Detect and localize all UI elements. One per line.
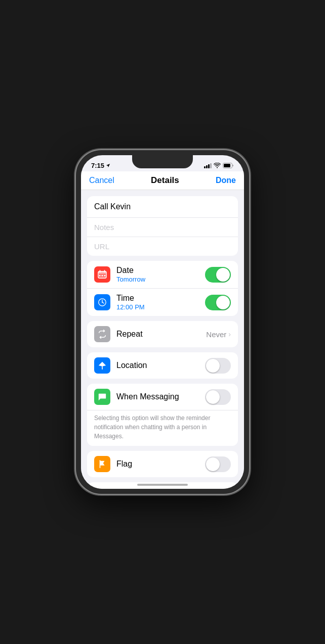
date-row[interactable]: Date Tomorrow [87,261,238,289]
location-arrow-icon [106,163,110,168]
location-toggle[interactable] [205,358,231,374]
task-title[interactable]: Call Kevin [87,196,238,218]
flag-label: Flag [116,459,205,469]
time-label: Time 12:00 PM [116,294,205,311]
battery-icon [223,163,234,168]
time-row[interactable]: Time 12:00 PM [87,289,238,316]
repeat-icon [94,326,110,342]
repeat-row[interactable]: Repeat Never › [87,321,238,347]
messaging-helper: Selecting this option will show the remi… [87,410,238,446]
status-icons [204,163,234,168]
home-indicator [137,484,188,486]
url-field[interactable]: URL [87,237,238,256]
messaging-label: When Messaging [116,392,205,401]
svg-rect-8 [102,275,103,277]
svg-rect-9 [104,275,106,277]
flag-card: Flag [87,451,238,477]
flag-toggle[interactable] [205,456,231,472]
svg-point-13 [102,302,103,303]
phone-screen: 7:15 [81,155,244,489]
date-icon [94,266,110,283]
location-card: Location [87,352,238,379]
svg-rect-1 [224,164,230,167]
repeat-chevron-icon: › [228,330,231,338]
phone-frame: 7:15 [76,150,249,494]
task-card: Call Kevin Notes URL [87,196,238,256]
location-label: Location [116,361,205,370]
repeat-right: Never › [206,330,231,339]
status-time: 7:15 [91,162,104,169]
done-button[interactable]: Done [216,176,236,185]
notch [132,155,193,168]
cancel-button[interactable]: Cancel [89,176,114,185]
date-toggle[interactable] [205,267,231,283]
notes-field[interactable]: Notes [87,218,238,237]
wifi-icon [214,163,221,168]
nav-title: Details [151,175,179,186]
time-icon [94,294,110,310]
date-time-card: Date Tomorrow [87,261,238,316]
location-row[interactable]: Location [87,352,238,379]
date-label: Date Tomorrow [116,266,205,283]
messaging-card: When Messaging Selecting this option wil… [87,384,238,446]
flag-row[interactable]: Flag [87,451,238,477]
repeat-card: Repeat Never › [87,321,238,347]
nav-bar: Cancel Details Done [81,171,244,190]
flag-icon [94,456,110,472]
messaging-icon [94,389,110,405]
location-icon [94,357,110,374]
content-area: Call Kevin Notes URL [81,190,244,489]
messaging-row[interactable]: When Messaging [87,384,238,410]
repeat-label: Repeat [116,330,206,339]
time-toggle[interactable] [205,295,231,310]
svg-rect-4 [98,271,106,274]
signal-bars-icon [204,163,212,168]
messaging-toggle[interactable] [205,389,231,405]
svg-rect-7 [99,275,101,277]
